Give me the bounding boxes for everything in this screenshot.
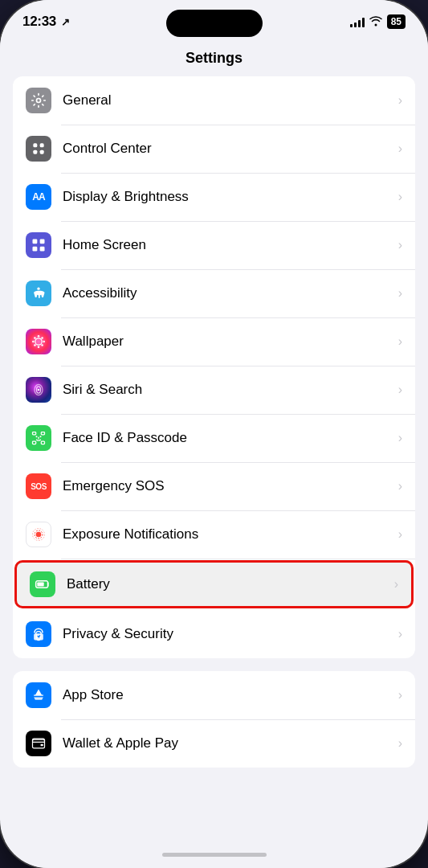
app-store-chevron: › (398, 688, 402, 702)
general-chevron: › (398, 93, 402, 108)
accessibility-icon (26, 280, 51, 306)
settings-row-control-center[interactable]: Control Center › (13, 125, 415, 173)
status-right: 85 (350, 14, 406, 29)
svg-point-0 (37, 99, 41, 103)
display-icon: AA (26, 184, 51, 210)
svg-rect-22 (33, 432, 36, 435)
svg-point-16 (41, 344, 43, 346)
svg-rect-24 (33, 441, 36, 444)
wallpaper-chevron: › (398, 334, 402, 349)
page-title: Settings (185, 50, 243, 66)
dynamic-island (166, 10, 263, 37)
exposure-label: Exposure Notifications (63, 526, 398, 542)
home-screen-label: Home Screen (63, 237, 398, 253)
svg-rect-6 (40, 240, 45, 244)
wallet-chevron: › (398, 736, 402, 751)
battery-label: Battery (67, 576, 394, 592)
face-id-chevron: › (398, 431, 402, 445)
settings-row-exposure[interactable]: Exposure Notifications › (13, 510, 415, 559)
emergency-sos-chevron: › (398, 479, 402, 493)
svg-point-26 (36, 436, 38, 437)
wallet-icon (26, 731, 51, 756)
signal-bars (350, 16, 365, 27)
privacy-chevron: › (398, 627, 402, 641)
svg-rect-4 (40, 150, 44, 154)
svg-rect-32 (37, 583, 43, 587)
home-screen-icon (26, 232, 51, 258)
settings-section-2: App Store › Wallet & Apple Pay › (13, 671, 415, 768)
svg-point-21 (38, 389, 40, 391)
face-id-icon (26, 425, 51, 451)
svg-point-18 (34, 344, 36, 346)
home-screen-chevron: › (398, 238, 402, 252)
wallpaper-label: Wallpaper (63, 334, 398, 350)
settings-content[interactable]: General › Control Center › (0, 76, 428, 841)
settings-section-1: General › Control Center › (13, 76, 415, 658)
wallet-label: Wallet & Apple Pay (63, 735, 398, 751)
app-store-icon (26, 682, 51, 708)
home-indicator (0, 841, 428, 868)
svg-rect-7 (33, 247, 38, 252)
svg-rect-25 (41, 441, 44, 444)
accessibility-chevron: › (398, 286, 402, 301)
siri-label: Siri & Search (63, 382, 398, 398)
home-bar (162, 853, 267, 857)
svg-rect-1 (33, 143, 37, 147)
svg-rect-23 (41, 432, 44, 435)
nav-title: Settings (0, 43, 428, 76)
svg-point-10 (35, 338, 42, 345)
svg-rect-35 (33, 739, 45, 748)
siri-icon (26, 377, 51, 403)
settings-row-siri[interactable]: Siri & Search › (13, 366, 415, 414)
svg-point-11 (38, 335, 40, 338)
settings-row-wallpaper[interactable]: Wallpaper › (13, 317, 415, 366)
settings-row-app-store[interactable]: App Store › (13, 671, 415, 719)
svg-rect-8 (40, 247, 45, 252)
emergency-sos-icon: SOS (26, 473, 51, 499)
settings-row-accessibility[interactable]: Accessibility › (13, 269, 415, 317)
control-center-label: Control Center (63, 141, 398, 157)
app-store-label: App Store (63, 687, 398, 703)
svg-point-9 (37, 288, 39, 290)
screen: 12:33 ↗ 85 (0, 0, 428, 868)
general-label: General (63, 92, 398, 108)
general-icon (26, 88, 51, 113)
control-center-icon (26, 136, 51, 162)
face-id-label: Face ID & Passcode (63, 430, 398, 446)
svg-point-14 (43, 341, 44, 343)
phone-frame: 12:33 ↗ 85 (0, 0, 428, 868)
svg-point-28 (36, 532, 42, 538)
status-time: 12:33 ↗ (22, 14, 70, 30)
settings-row-home-screen[interactable]: Home Screen › (13, 221, 415, 269)
settings-row-emergency-sos[interactable]: SOS Emergency SOS › (13, 462, 415, 510)
display-chevron: › (398, 190, 402, 204)
siri-chevron: › (398, 383, 402, 397)
settings-row-face-id[interactable]: Face ID & Passcode › (13, 414, 415, 462)
settings-row-general[interactable]: General › (13, 76, 415, 125)
privacy-icon (26, 621, 51, 647)
svg-rect-2 (40, 143, 44, 147)
svg-point-13 (32, 341, 35, 343)
svg-point-12 (38, 346, 40, 348)
battery-chevron: › (394, 577, 398, 592)
accessibility-label: Accessibility (63, 285, 398, 301)
exposure-icon (26, 522, 51, 547)
svg-rect-36 (41, 744, 43, 747)
svg-rect-5 (33, 240, 38, 244)
exposure-chevron: › (398, 527, 402, 542)
privacy-label: Privacy & Security (63, 626, 398, 642)
svg-rect-3 (33, 150, 37, 154)
svg-point-27 (40, 436, 42, 437)
settings-row-battery[interactable]: Battery › (14, 560, 414, 608)
control-center-chevron: › (398, 141, 402, 156)
svg-point-17 (41, 337, 43, 339)
battery-status: 85 (387, 14, 406, 29)
svg-point-15 (34, 337, 36, 339)
settings-row-display[interactable]: AA Display & Brightness › (13, 173, 415, 221)
wifi-icon (369, 15, 382, 29)
settings-row-privacy[interactable]: Privacy & Security › (13, 610, 415, 658)
emergency-sos-label: Emergency SOS (63, 478, 398, 494)
display-label: Display & Brightness (63, 189, 398, 205)
battery-icon (30, 571, 55, 597)
settings-row-wallet[interactable]: Wallet & Apple Pay › (13, 719, 415, 768)
